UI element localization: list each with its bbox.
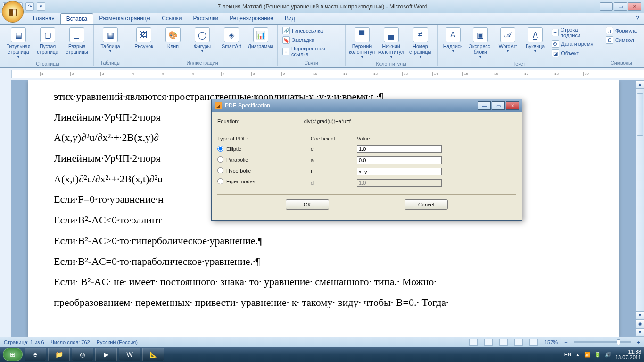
- equation-button[interactable]: πФормула: [604, 26, 639, 35]
- window-close-button[interactable]: ✕: [628, 2, 641, 11]
- horizontal-ruler[interactable]: 12345678910111213141516171819: [11, 70, 644, 78]
- scroll-down-icon[interactable]: ▼: [636, 311, 644, 320]
- zoom-in-button[interactable]: +: [637, 339, 640, 345]
- header-button[interactable]: ▀Верхний колонтитул▾: [348, 26, 376, 60]
- start-button[interactable]: ⊞: [3, 348, 23, 361]
- qat-redo-icon[interactable]: ↷: [25, 2, 34, 11]
- datetime-button[interactable]: ⏲Дата и время: [550, 40, 598, 48]
- view-outline-icon[interactable]: [514, 339, 523, 346]
- cover-page-button[interactable]: ▤Титульная страница▾: [5, 26, 32, 60]
- tray-battery-icon[interactable]: 🔋: [594, 352, 601, 358]
- bookmark-button[interactable]: 🔖Закладка: [281, 36, 342, 44]
- dialog-maximize-button[interactable]: ▭: [492, 101, 505, 110]
- taskbar-word-icon[interactable]: W: [119, 348, 140, 361]
- dropcap-icon: A̲: [528, 27, 543, 42]
- coef-a-input[interactable]: [357, 156, 442, 164]
- radio-elliptic[interactable]: Elliptic: [217, 143, 302, 154]
- window-minimize-button[interactable]: —: [600, 2, 613, 11]
- scroll-up-icon[interactable]: ▲: [636, 80, 644, 89]
- office-button[interactable]: ◧: [2, 1, 24, 23]
- tab-page-layout[interactable]: Разметка страницы: [93, 13, 156, 24]
- picture-button[interactable]: 🖼Рисунок: [130, 26, 157, 50]
- dialog-minimize-button[interactable]: —: [478, 101, 491, 110]
- clipart-button[interactable]: 🎨Клип: [159, 26, 187, 50]
- vertical-ruler[interactable]: [0, 80, 11, 337]
- help-icon[interactable]: ?: [631, 13, 644, 24]
- zoom-level[interactable]: 157%: [545, 339, 558, 345]
- quickparts-button[interactable]: ▣Экспресс-блоки▾: [468, 26, 493, 60]
- footer-button[interactable]: ▄Нижний колонтитул▾: [378, 26, 405, 60]
- tray-volume-icon[interactable]: 🔊: [605, 352, 611, 358]
- doc-line[interactable]: Если·B²-AC=0·то·параболическое·уравнение…: [54, 255, 593, 269]
- view-print-layout-icon[interactable]: [469, 339, 478, 346]
- dialog-titlebar[interactable]: ◢ PDE Specification — ▭ ✕: [212, 99, 522, 112]
- tab-review[interactable]: Рецензирование: [224, 13, 279, 24]
- dropcap-button[interactable]: A̲Буквица▾: [522, 26, 548, 54]
- window-maximize-button[interactable]: ▭: [614, 2, 627, 11]
- textbox-button[interactable]: AНадпись▾: [440, 26, 466, 54]
- tray-clock[interactable]: 11:38 13.07.2011: [615, 349, 641, 360]
- tab-view[interactable]: Вид: [279, 13, 301, 24]
- equation-icon: π: [606, 27, 613, 34]
- table-button[interactable]: ▦Таблица▾: [97, 26, 124, 54]
- taskbar-mediaplayer-icon[interactable]: ▶: [95, 348, 117, 361]
- tray-language[interactable]: EN: [564, 352, 571, 357]
- signature-line-button[interactable]: ✒Строка подписи: [550, 26, 598, 39]
- status-word-count[interactable]: Число слов: 762: [51, 339, 90, 345]
- tab-mailings[interactable]: Рассылки: [187, 13, 224, 24]
- group-illustrations: 🖼Рисунок 🎨Клип ◯Фигуры▾ ◈SmartArt 📊Диагр…: [127, 25, 278, 66]
- header-icon: ▀: [355, 27, 370, 42]
- zoom-slider[interactable]: [574, 341, 631, 343]
- doc-line[interactable]: Если·B²-AC>0·то·гиперболическое·уравнени…: [54, 234, 593, 248]
- crossref-button[interactable]: ↔Перекрестная ссылка: [281, 45, 342, 58]
- taskbar-ie-icon[interactable]: e: [25, 348, 46, 361]
- taskbar-app1-icon[interactable]: ◎: [72, 348, 93, 361]
- view-web-layout-icon[interactable]: [499, 339, 508, 346]
- blank-page-button[interactable]: ▢Пустая страница: [34, 26, 61, 56]
- radio-parabolic[interactable]: Parabolic: [217, 154, 302, 165]
- tray-network-icon[interactable]: 📶: [584, 352, 591, 358]
- group-label-links: Связи: [281, 59, 342, 66]
- cancel-button[interactable]: Cancel: [405, 199, 448, 210]
- page-number-button[interactable]: #Номер страницы▾: [407, 26, 434, 60]
- system-tray: EN ▲ 📶 🔋 🔊 11:38 13.07.2011: [564, 349, 641, 360]
- coef-c-input[interactable]: [357, 145, 442, 153]
- coef-c-label: c: [311, 146, 348, 152]
- scroll-thumb[interactable]: [637, 93, 643, 136]
- qat-more-icon[interactable]: ▾: [37, 2, 45, 11]
- radio-hyperbolic[interactable]: Hyperbolic: [217, 165, 302, 176]
- view-full-screen-icon[interactable]: [484, 339, 493, 346]
- radio-eigenmodes[interactable]: Eigenmodes: [217, 176, 302, 187]
- doc-line[interactable]: преобразованием· переменных· привести· у…: [54, 296, 593, 310]
- tray-flag-icon[interactable]: ▲: [575, 352, 580, 357]
- group-tables: ▦Таблица▾ Таблицы: [94, 25, 127, 66]
- shapes-icon: ◯: [195, 27, 210, 42]
- taskbar-explorer-icon[interactable]: 📁: [48, 348, 70, 361]
- hyperlink-button[interactable]: 🔗Гиперссылка: [281, 26, 342, 35]
- vertical-scrollbar[interactable]: ▲ ▼ ◉ ▼: [636, 80, 644, 337]
- chart-button[interactable]: 📊Диаграмма: [247, 26, 274, 50]
- taskbar-matlab-icon[interactable]: 📐: [142, 348, 164, 361]
- status-language[interactable]: Русский (Россия): [97, 339, 138, 345]
- tab-insert[interactable]: Вставка: [60, 13, 94, 24]
- coef-f-input[interactable]: [357, 168, 442, 175]
- ok-button[interactable]: OK: [286, 199, 329, 210]
- shapes-button[interactable]: ◯Фигуры▾: [189, 26, 216, 54]
- symbol-button[interactable]: ΩСимвол: [604, 36, 639, 44]
- tab-home[interactable]: Главная: [27, 13, 60, 24]
- object-button[interactable]: ◪Объект: [550, 49, 598, 58]
- browse-prev-icon[interactable]: ◉: [636, 320, 644, 328]
- zoom-slider-handle[interactable]: [617, 339, 620, 345]
- view-draft-icon[interactable]: [529, 339, 538, 346]
- dialog-close-button[interactable]: ✕: [506, 101, 519, 110]
- status-page[interactable]: Страница: 1 из 6: [4, 339, 44, 345]
- textbox-icon: A: [446, 27, 461, 42]
- zoom-out-button[interactable]: −: [564, 339, 567, 345]
- tab-references[interactable]: Ссылки: [156, 13, 187, 24]
- group-pages: ▤Титульная страница▾ ▢Пустая страница ⎯Р…: [2, 25, 94, 66]
- page-break-button[interactable]: ⎯Разрыв страницы: [63, 26, 91, 56]
- browse-next-icon[interactable]: ▼: [636, 328, 644, 337]
- smartart-button[interactable]: ◈SmartArt: [218, 26, 245, 50]
- wordart-button[interactable]: 𝒜WordArt▾: [495, 26, 520, 54]
- doc-line[interactable]: Если· B²-AC· не· имеет· постоянного· зна…: [54, 275, 593, 289]
